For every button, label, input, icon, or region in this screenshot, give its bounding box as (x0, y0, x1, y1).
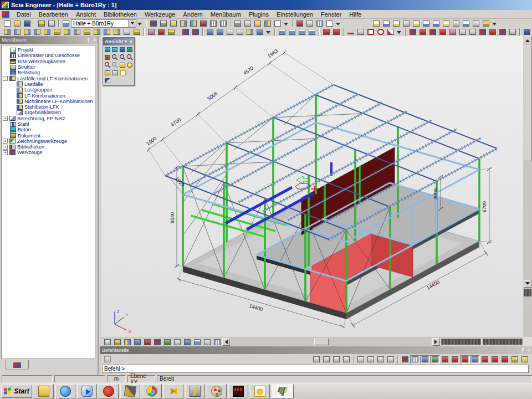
polyline-tool-icon[interactable] (356, 28, 366, 37)
clipboard-tool-icon-3[interactable] (315, 19, 325, 28)
move-tool-icon-5[interactable] (245, 28, 255, 37)
view-flag-icon-9[interactable] (451, 19, 461, 28)
tree-item-lastfaelle[interactable]: Lastfälle (2, 81, 95, 87)
angle-tool-icon[interactable] (386, 28, 396, 37)
view-palette-header[interactable]: Ansicht × (103, 38, 134, 45)
clipboard-tool-icon-1[interactable] (295, 19, 305, 28)
select-tool-icon-2[interactable] (418, 28, 428, 37)
view-top-button[interactable] (119, 45, 126, 53)
taskbar-commander-button[interactable] (163, 384, 183, 398)
view-flag-icon-10[interactable] (461, 19, 471, 28)
structure-tool-icon-7[interactable] (62, 28, 72, 37)
snap-ortho-icon[interactable] (420, 355, 430, 364)
export-button[interactable] (273, 19, 283, 28)
pin-icon[interactable] (86, 38, 90, 42)
zoom-selection-button[interactable] (111, 61, 119, 69)
toolbar-overflow-icon[interactable] (336, 23, 340, 28)
snap-mode-icon-4[interactable] (386, 355, 396, 364)
toolbar-overflow-icon[interactable] (137, 23, 142, 28)
save-view-icon[interactable] (522, 28, 532, 37)
project-tool-icon-4[interactable] (178, 19, 188, 28)
select-tool-icon-5[interactable] (448, 28, 458, 37)
snap-point-icon-4[interactable] (341, 355, 351, 364)
vp-tool-icon-9[interactable] (202, 337, 212, 346)
menu-bibliotheken[interactable]: Bibliotheken (100, 11, 141, 18)
delete-tool-icon-2[interactable] (331, 28, 341, 37)
toolbar-overflow-icon[interactable] (266, 31, 270, 36)
view-flag-icon-4[interactable] (401, 19, 411, 28)
open-button[interactable] (12, 19, 22, 28)
taskbar-explorer-button[interactable] (34, 384, 54, 398)
structure-tool-icon-2[interactable] (12, 28, 22, 37)
tree-item-linienraster[interactable]: Linienraster und Geschosse (2, 53, 95, 58)
toolbar-overflow-icon[interactable] (397, 31, 401, 36)
select-tool-icon-7[interactable] (468, 28, 478, 37)
tree-item-projekt[interactable]: Projekt (2, 47, 95, 53)
view-axis-button[interactable] (104, 53, 111, 61)
tree-item-bim[interactable]: BIM-Werkzeugkasten (2, 59, 95, 64)
select-tool-icon-10[interactable] (498, 28, 508, 37)
perspective-slider[interactable] (441, 339, 482, 345)
snap-settings-icon[interactable] (520, 355, 530, 364)
view-flag-icon-5[interactable] (411, 19, 421, 28)
project-selector-dropdown[interactable] (128, 20, 136, 27)
title-bar[interactable]: Scia Engineer - [Halle + Büro1Ry : 1] (0, 0, 532, 10)
command-panel-header[interactable]: Befehlszeile × (100, 346, 532, 354)
select-tool-icon-4[interactable] (438, 28, 448, 37)
taskbar-outlook-button[interactable] (250, 384, 270, 398)
snap-intersection-icon[interactable] (460, 355, 470, 364)
taskbar-media-player-button[interactable] (77, 384, 97, 398)
structure-tool-icon-4[interactable] (32, 28, 42, 37)
snap-midpoint-icon[interactable] (430, 355, 440, 364)
structure-tool-icon-8[interactable] (72, 28, 82, 37)
tree-item-nichtlineare[interactable]: Nichtlineare LF-Kombinationen (2, 99, 95, 104)
taskbar-internet-explorer-button[interactable] (55, 384, 75, 398)
clip-icon-2[interactable] (112, 337, 122, 346)
modify-tool-icon-3[interactable] (166, 28, 176, 37)
taskbar-winamp-button[interactable] (185, 384, 205, 398)
tree-item-zeichnungswerkzeuge[interactable]: +Zeichnungswerkzeuge (2, 139, 95, 144)
tree-item-lastfaelle-lf[interactable]: -Lastfälle und LF-Kombinationen (2, 75, 95, 81)
scroll-up-button[interactable] (524, 37, 531, 44)
window-tool-icon-4[interactable] (307, 28, 317, 37)
view-flag-icon-2[interactable] (381, 19, 391, 28)
vp-tool-icon-2[interactable] (132, 337, 142, 346)
snap-point-icon-1[interactable] (311, 355, 321, 364)
horizontal-scroll-thumb[interactable] (314, 339, 329, 345)
circle-tool-icon[interactable] (376, 28, 386, 37)
project-tool-icon-1[interactable] (149, 19, 158, 28)
tree-item-bibliotheken[interactable]: +Bibliotheken (2, 144, 95, 150)
gallery-button[interactable] (253, 19, 263, 28)
project-selector[interactable]: Halle + Büro1Ry (71, 19, 136, 28)
snap-point-icon-2[interactable] (321, 355, 331, 364)
snap-line-icon[interactable] (500, 355, 510, 364)
menu-einstellungen[interactable]: Einstellungen (273, 11, 317, 18)
toolbar-overflow-icon[interactable] (492, 23, 497, 28)
delete-tool-icon-1[interactable] (321, 28, 331, 37)
print-button[interactable] (233, 19, 243, 28)
project-tool-icon-2[interactable] (158, 19, 168, 28)
select-tool-icon-8[interactable] (478, 28, 488, 37)
perspective-button[interactable] (104, 76, 111, 84)
project-tool-icon-6[interactable] (198, 19, 208, 28)
move-tool-icon-1[interactable] (205, 28, 215, 37)
clip-box-button[interactable] (119, 69, 127, 76)
tree-item-dokument[interactable]: Dokument (2, 132, 95, 138)
snap-grid-icon[interactable] (410, 355, 420, 364)
vp-tool-icon-5[interactable] (162, 337, 172, 346)
pin-icon[interactable] (520, 348, 525, 352)
menu-tree-header[interactable]: Menübaum × (0, 36, 98, 44)
tree-item-struktur[interactable]: Struktur (2, 64, 95, 70)
close-icon[interactable]: × (528, 347, 530, 353)
tree-item-stahlbeton-lfk[interactable]: Stahlbeton-LFK (2, 104, 95, 110)
snap-perpendicular-icon[interactable] (470, 355, 480, 364)
tree-item-stahl[interactable]: Stahl (2, 121, 95, 127)
project-tool-icon-8[interactable] (218, 19, 228, 28)
menu-plugins[interactable]: Plugins (245, 11, 273, 18)
snap-mode-icon-1[interactable] (356, 355, 366, 364)
tree-tab[interactable] (6, 360, 29, 370)
close-icon[interactable]: × (93, 37, 96, 43)
vp-tool-icon-6[interactable] (172, 337, 182, 346)
vp-tool-icon-7[interactable] (182, 337, 192, 346)
select-tool-icon-1[interactable] (408, 28, 418, 37)
